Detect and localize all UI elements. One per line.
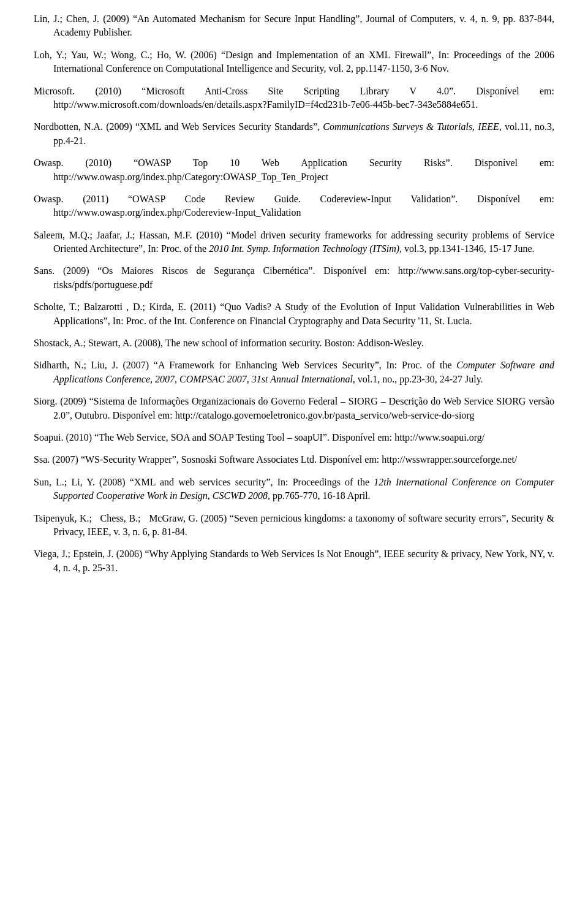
reference-sun: Sun, L.; Li, Y. (2008) “XML and web serv…: [34, 476, 554, 503]
reference-ssa: Ssa. (2007) “WS-Security Wrapper”, Sosno…: [34, 453, 554, 466]
reference-scholte: Scholte, T.; Balzarotti , D.; Kirda, E. …: [34, 300, 554, 328]
reference-microsoft: Microsoft. (2010) “Microsoft Anti-Cross …: [34, 85, 554, 112]
reference-owasp-2011: Owasp. (2011) “OWASP Code Review Guide. …: [34, 192, 554, 220]
reference-owasp-2010: Owasp. (2010) “OWASP Top 10 Web Applicat…: [34, 156, 554, 184]
reference-loh: Loh, Y.; Yau, W.; Wong, C.; Ho, W. (2006…: [34, 48, 554, 76]
reference-soapui: Soapui. (2010) “The Web Service, SOA and…: [34, 431, 554, 444]
reference-tsipenyuk: Tsipenyuk, K.; Chess, B.; McGraw, G. (20…: [34, 512, 554, 539]
reference-sans: Sans. (2009) “Os Maiores Riscos de Segur…: [34, 264, 554, 292]
reference-siorg: Siorg. (2009) “Sistema de Informações Or…: [34, 395, 554, 422]
references-section: Lin, J.; Chen, J. (2009) “An Automated M…: [34, 12, 554, 575]
reference-viega: Viega, J.; Epstein, J. (2006) “Why Apply…: [34, 547, 554, 575]
reference-sidharth: Sidharth, N.; Liu, J. (2007) “A Framewor…: [34, 359, 554, 386]
reference-lin-chen: Lin, J.; Chen, J. (2009) “An Automated M…: [34, 12, 554, 40]
reference-saleem: Saleem, M.Q.; Jaafar, J.; Hassan, M.F. (…: [34, 229, 554, 256]
reference-shostack: Shostack, A.; Stewart, A. (2008), The ne…: [34, 336, 554, 350]
reference-nordbotten: Nordbotten, N.A. (2009) “XML and Web Ser…: [34, 120, 554, 148]
